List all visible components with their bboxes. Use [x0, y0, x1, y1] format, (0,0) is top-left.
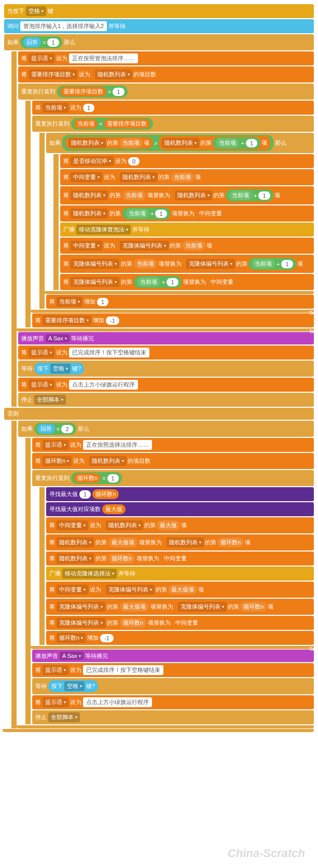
replace-rand-loop[interactable]: 将 随机数列表 的第 循环数n 项替换为 中间变量 — [46, 552, 314, 566]
hat-when-key-pressed[interactable]: 当按下 空格 键 — [4, 4, 314, 18]
label: 当按下 — [7, 7, 24, 15]
replace-clone-loop[interactable]: 将 克隆体编号列表 的第 循环数n 项替换为 中间变量 — [46, 616, 314, 630]
repeat-until-outer[interactable]: 重复执行直到 需要排序项目数 = 1 — [18, 84, 314, 100]
label: 如果 — [7, 38, 19, 46]
plus-op[interactable]: 当前项 + 1 — [213, 137, 260, 149]
replace-clone-1[interactable]: 将 克隆体编号列表 的第 当前项 项替换为 克隆体编号列表 的第 当前项 + 1… — [60, 255, 314, 273]
repeat-until-inner[interactable]: 重复执行直到 当前项 = 需要排序项目数 — [32, 116, 314, 132]
var-dd[interactable]: 需要排序项目数 — [29, 70, 77, 79]
broadcast-bubble[interactable]: 广播 移动克隆体冒泡法 并等待 — [60, 223, 314, 237]
equals-op[interactable]: 需要排序项目数 = 1 — [57, 86, 128, 98]
var-dd[interactable]: 提示语 — [29, 53, 54, 63]
set-temp-max[interactable]: 将 中间变量 设为 随机数列表 的第 最大值 项 — [46, 517, 314, 533]
set-tip-select[interactable]: 将 提示语 设为 正在按照选择法排序…… — [32, 438, 314, 452]
change-current-1[interactable]: 将 当前项 增加 1 — [46, 295, 314, 309]
ask-and-wait[interactable]: 询问 冒泡排序输入1，选择排序输入2 并等待 — [4, 19, 314, 33]
set-loop-n[interactable]: 将 循环数n 设为 随机数列表 的项目数 — [32, 453, 314, 469]
gt-op[interactable]: 随机数列表 的第 当前项 项 > 随机数列表 的第 当前项 + 1 — [62, 135, 273, 151]
list-length[interactable]: 随机数列表 的项目数 — [92, 68, 159, 80]
val[interactable]: 正在按照冒泡法排序…… — [69, 53, 138, 63]
replace-item[interactable]: 将 随机数列表 的第 当前项 项替换为 随机数列表 的第 当前项 + 1 项 — [60, 186, 314, 204]
stop-all-1[interactable]: 停止 全部脚本 — [18, 393, 314, 407]
set-tip-done-1[interactable]: 将 提示语 设为 已完成排序！按下空格键结束 — [18, 346, 314, 360]
val[interactable]: 1 — [47, 38, 59, 47]
label: 键 — [48, 7, 53, 15]
label: 并等待 — [108, 22, 126, 30]
set-tip-flag-2[interactable]: 将 提示语 设为 点击上方小绿旗运行程序 — [32, 695, 314, 709]
replace-clone-2[interactable]: 将 克隆体编号列表 的第 当前项 + 1 项替换为 中间变量 — [60, 274, 314, 290]
broadcast-select[interactable]: 广播 移动克隆体选择法 并等待 — [46, 567, 314, 581]
set-temp-clone[interactable]: 将 中间变量 设为 克隆体编号列表 的第 当前项 项 — [60, 238, 314, 254]
set-current-1[interactable]: 将 当前项 设为 1 — [32, 101, 314, 115]
replace-item-2[interactable]: 将 随机数列表 的第 当前项 + 1 项替换为 中间变量 — [60, 205, 314, 222]
ask-text[interactable]: 冒泡排序输入1，选择排序输入2 — [20, 21, 107, 31]
wait-until-key-2[interactable]: 等待 按下 空格 键? — [32, 678, 314, 694]
answer-reporter[interactable]: 回答 — [23, 37, 41, 47]
repeat-until-loop-1[interactable]: 重复执行直到 循环数n = 1 — [32, 470, 314, 486]
equals-op[interactable]: 当前项 = 需要排序项目数 — [71, 118, 153, 130]
change-items-neg1[interactable]: 将 需要排序项目数 增加 -1 — [32, 313, 314, 327]
play-sound-2[interactable]: 播放声音 A Sax 等待播完 — [32, 650, 314, 662]
key-pressed[interactable]: 按下 空格 键? — [34, 363, 84, 375]
set-tip-flag-1[interactable]: 将 提示语 设为 点击上方小绿旗运行程序 — [18, 378, 314, 392]
label: 那么 — [64, 38, 75, 46]
key-dropdown[interactable]: 空格 — [26, 6, 46, 16]
if-answer-1[interactable]: 如果 回答 = 1 那么 — [4, 34, 314, 50]
item-of-list[interactable]: 随机数列表 的第 当前项 项 — [65, 137, 153, 149]
var[interactable]: 需要排序项目数 — [60, 87, 106, 97]
wait-until-key-1[interactable]: 等待 按下 空格 键? — [18, 361, 314, 377]
replace-rand-max[interactable]: 将 随机数列表 的第 最大值项 项替换为 随机数列表 的第 循环数n 项 — [46, 534, 314, 550]
set-temp-to-item[interactable]: 将 中间变量 设为 随机数列表 的第 当前项 项 — [60, 169, 314, 185]
equals-op[interactable]: 回答 = 1 — [20, 36, 62, 48]
call-find-max[interactable]: 寻找最大值 1 循环数n — [46, 487, 314, 501]
replace-clone-max[interactable]: 将 克隆体编号列表 的第 最大值项 项替换为 克隆体编号列表 的第 循环数n 项 — [46, 599, 314, 615]
set-temp-clone-max[interactable]: 将 中间变量 设为 克隆体编号列表 的第 最大值项 项 — [46, 582, 314, 598]
stop-all-2[interactable]: 停止 全部脚本 — [32, 710, 314, 724]
else-branch[interactable]: 否则 — [4, 408, 314, 420]
play-sound-1[interactable]: 播放声音 A Sax 等待播完 — [18, 332, 314, 345]
change-loop-neg1[interactable]: 将 循环数n 增加 -1 — [46, 631, 314, 645]
call-find-max-idx[interactable]: 寻找最大值对应项数 最大值 — [46, 502, 314, 516]
set-tip-done-2[interactable]: 将 提示语 设为 已完成排序！按下空格键结束 — [32, 663, 314, 677]
if-answer-2[interactable]: 如果 回答 = 2 那么 — [18, 421, 314, 437]
if-compare[interactable]: 如果 随机数列表 的第 当前项 项 > 随机数列表 的第 当前项 + — [46, 133, 314, 153]
eq: = — [43, 39, 46, 46]
set-done-moving-0[interactable]: 将 是否移动完毕 设为 0 — [60, 154, 314, 168]
set-items-to-sort[interactable]: 将 需要排序项目数 设为 随机数列表 的项目数 — [18, 66, 314, 82]
item-of-list[interactable]: 随机数列表 的第 当前项 + 1 项 — [159, 136, 270, 150]
set-tip-bubble[interactable]: 将 提示语 设为 正在按照冒泡法排序…… — [18, 51, 314, 65]
label: 询问 — [7, 22, 19, 30]
